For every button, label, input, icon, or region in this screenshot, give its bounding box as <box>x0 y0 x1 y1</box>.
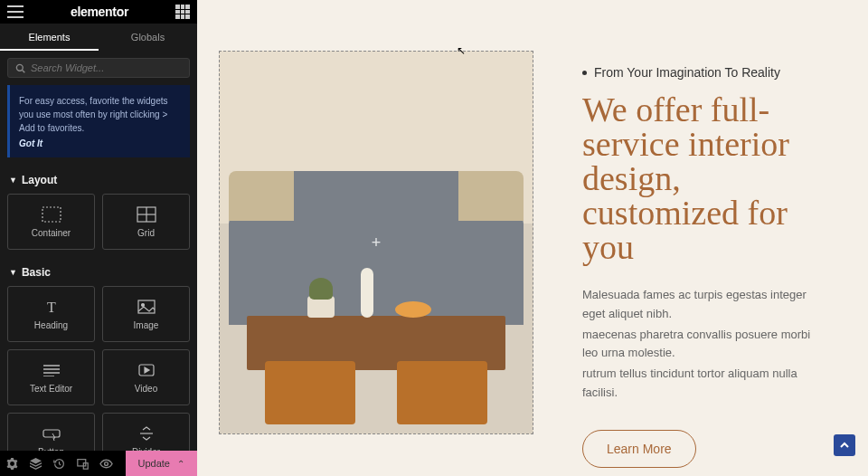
section-layout[interactable]: ▼Layout <box>0 167 197 194</box>
image-icon <box>137 299 156 315</box>
hero-content: From Your Imagination To Reality We offe… <box>582 65 814 468</box>
apps-icon[interactable] <box>175 5 190 19</box>
scroll-top-button[interactable] <box>834 434 855 456</box>
sidebar-tabs: Elements Globals <box>0 24 197 51</box>
grid-icon <box>137 206 156 223</box>
text-editor-icon <box>42 362 61 378</box>
svg-point-8 <box>141 303 144 306</box>
widget-grid[interactable]: Grid <box>102 194 190 250</box>
video-icon <box>137 362 156 378</box>
interior-photo: + <box>220 52 533 433</box>
tip-dismiss[interactable]: Got It <box>19 138 181 148</box>
tip-text: For easy access, favorite the widgets yo… <box>19 94 181 135</box>
body-text: Malesuada fames ac turpis egestas intege… <box>582 286 814 403</box>
search-input[interactable] <box>31 62 182 73</box>
history-icon[interactable] <box>47 451 71 476</box>
widget-image[interactable]: Image <box>102 286 190 342</box>
responsive-icon[interactable] <box>71 451 94 476</box>
svg-point-0 <box>16 64 23 71</box>
favorites-tip: For easy access, favorite the widgets yo… <box>7 85 190 157</box>
image-element[interactable]: + <box>219 51 533 434</box>
svg-marker-14 <box>145 367 149 373</box>
svg-point-19 <box>104 462 108 465</box>
svg-line-1 <box>23 70 25 72</box>
headline: We offer full-service interior design, c… <box>582 92 814 264</box>
widget-container[interactable]: Container <box>7 194 95 250</box>
editor-sidebar: elementor Elements Globals For easy acce… <box>0 0 197 476</box>
container-icon <box>42 206 61 223</box>
add-section-icon[interactable]: + <box>367 233 385 252</box>
section-basic[interactable]: ▼Basic <box>0 259 197 286</box>
svg-rect-15 <box>43 430 60 437</box>
widget-video[interactable]: Video <box>102 349 190 405</box>
widget-text-editor[interactable]: Text Editor <box>7 349 95 405</box>
button-icon <box>42 425 61 442</box>
update-button[interactable]: Update⌃ <box>126 451 197 476</box>
brand-logo: elementor <box>71 5 128 19</box>
chevron-down-icon: ▼ <box>9 176 17 185</box>
settings-icon[interactable] <box>0 451 24 476</box>
svg-rect-2 <box>42 207 61 222</box>
divider-icon <box>137 425 156 442</box>
svg-rect-7 <box>138 300 155 313</box>
bullet-icon <box>582 71 587 75</box>
chevron-down-icon: ▼ <box>9 268 17 277</box>
sidebar-footer: Update⌃ <box>0 451 197 476</box>
tab-globals[interactable]: Globals <box>99 24 197 51</box>
eyebrow: From Your Imagination To Reality <box>582 65 814 80</box>
cursor-icon: ↖ <box>457 44 466 57</box>
preview-icon[interactable] <box>94 451 118 476</box>
heading-icon: T <box>42 299 61 315</box>
widget-heading[interactable]: T Heading <box>7 286 95 342</box>
navigator-icon[interactable] <box>24 451 47 476</box>
tab-elements[interactable]: Elements <box>0 24 99 51</box>
menu-icon[interactable] <box>7 5 24 18</box>
chevron-up-icon <box>839 440 850 451</box>
chevron-up-icon[interactable]: ⌃ <box>177 459 184 469</box>
learn-more-button[interactable]: Learn More <box>582 430 696 468</box>
search-icon <box>15 63 25 73</box>
svg-text:T: T <box>47 300 56 315</box>
sidebar-header: elementor <box>0 0 197 24</box>
search-widget[interactable] <box>7 58 190 78</box>
preview-canvas[interactable]: ↖ + From Your Imagination To Reality We … <box>197 0 868 476</box>
